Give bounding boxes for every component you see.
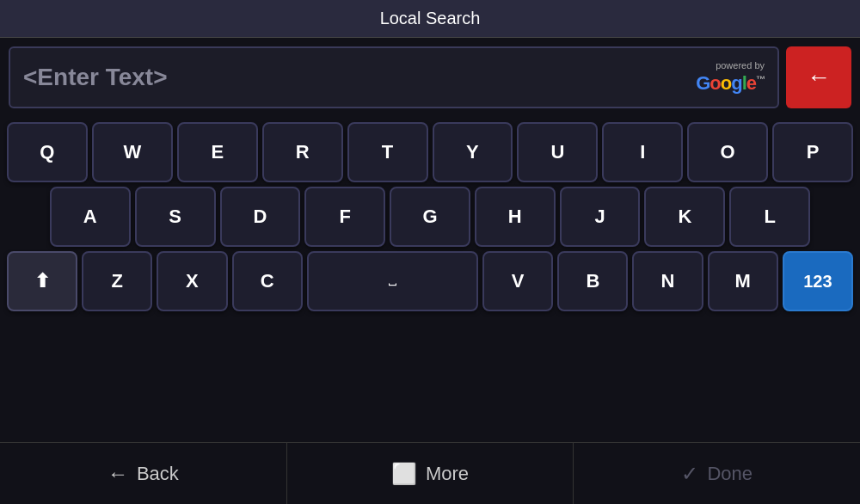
key-J[interactable]: J [560, 187, 641, 247]
page-title: Local Search [0, 0, 860, 38]
key-P[interactable]: P [772, 122, 853, 182]
key-H[interactable]: H [475, 187, 556, 247]
key-Y[interactable]: Y [433, 122, 513, 182]
key-S[interactable]: S [135, 187, 216, 247]
bottom-bar: ← Back ⬜ More ✓ Done [0, 442, 860, 504]
key-F[interactable]: F [304, 187, 385, 247]
key-G[interactable]: G [390, 187, 470, 247]
back-label: Back [137, 463, 179, 485]
key-shift[interactable]: ⬆ [7, 251, 77, 311]
key-K[interactable]: K [644, 187, 725, 247]
key-123[interactable]: 123 [783, 251, 853, 311]
search-placeholder: <Enter Text> [23, 64, 168, 91]
backspace-button[interactable]: ← [786, 46, 851, 108]
more-icon: ⬜ [391, 462, 417, 486]
key-E[interactable]: E [177, 122, 258, 182]
key-L[interactable]: L [729, 187, 810, 247]
key-M[interactable]: M [708, 251, 778, 311]
key-X[interactable]: X [157, 251, 227, 311]
backspace-icon: ← [807, 64, 831, 91]
back-icon: ← [108, 462, 128, 486]
key-V[interactable]: V [482, 251, 553, 311]
keyboard-row-2: ASDFGHJKL [7, 187, 853, 247]
key-W[interactable]: W [92, 122, 173, 182]
google-logo: Google™ [696, 72, 765, 95]
done-button[interactable]: ✓ Done [574, 443, 860, 504]
search-input-box[interactable]: <Enter Text> powered by Google™ [9, 46, 779, 108]
keyboard-area: QWERTYUIOP ASDFGHJKL ⬆ZXC⎵VBNM123 [0, 117, 860, 442]
key-D[interactable]: D [220, 187, 301, 247]
more-label: More [426, 463, 469, 485]
title-text: Local Search [380, 9, 481, 28]
key-U[interactable]: U [517, 122, 598, 182]
powered-by-text: powered by [716, 60, 765, 71]
key-T[interactable]: T [347, 122, 428, 182]
key-Z[interactable]: Z [82, 251, 152, 311]
key-B[interactable]: B [557, 251, 628, 311]
keyboard-row-1: QWERTYUIOP [7, 122, 853, 182]
more-button[interactable]: ⬜ More [287, 443, 574, 504]
keyboard-row-3: ⬆ZXC⎵VBNM123 [7, 251, 853, 311]
key-O[interactable]: O [687, 122, 768, 182]
done-icon: ✓ [681, 462, 698, 486]
key-I[interactable]: I [602, 122, 683, 182]
google-badge: powered by Google™ [696, 60, 765, 95]
search-area: <Enter Text> powered by Google™ ← [0, 38, 860, 117]
key-Q[interactable]: Q [7, 122, 88, 182]
key-C[interactable]: C [232, 251, 303, 311]
key-N[interactable]: N [632, 251, 703, 311]
key-A[interactable]: A [50, 187, 131, 247]
done-label: Done [707, 463, 752, 485]
key-R[interactable]: R [262, 122, 343, 182]
key-space[interactable]: ⎵ [307, 251, 478, 311]
back-button[interactable]: ← Back [0, 443, 287, 504]
